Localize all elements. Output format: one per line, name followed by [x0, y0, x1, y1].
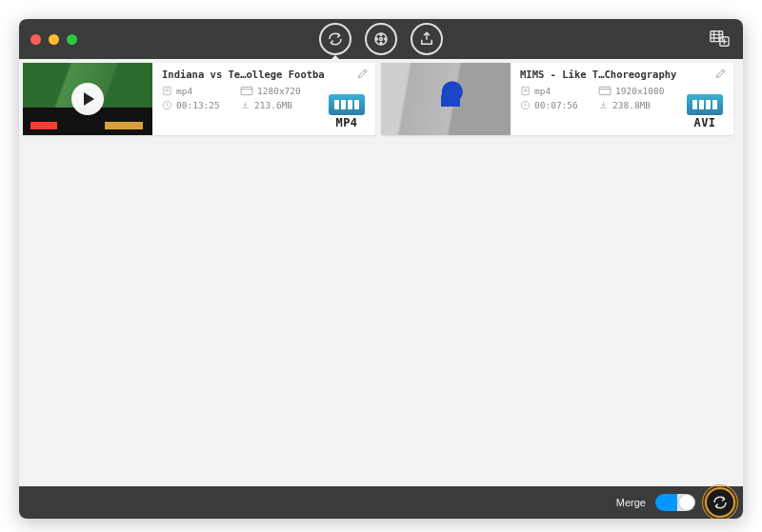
- clock-icon: [520, 100, 531, 110]
- film-icon: [372, 30, 390, 48]
- file-icon: [162, 86, 172, 96]
- convert-button[interactable]: [705, 487, 735, 518]
- resolution-icon: [240, 86, 253, 96]
- clock-icon: [162, 100, 172, 110]
- container-format: mp4: [520, 86, 598, 96]
- duration: 00:13:25: [162, 100, 240, 110]
- format-badge-icon: [687, 94, 723, 115]
- media-card[interactable]: MIMS - Like T…Choreography mp4 1920x1080…: [381, 63, 733, 135]
- svg-point-3: [385, 38, 387, 40]
- svg-rect-9: [241, 87, 252, 94]
- add-media-icon: [709, 29, 730, 48]
- tab-convert[interactable]: [319, 23, 351, 55]
- svg-rect-6: [711, 31, 723, 42]
- close-window-button[interactable]: [30, 34, 41, 45]
- format-label: AVI: [693, 116, 715, 129]
- tab-edit[interactable]: [365, 23, 397, 55]
- svg-point-5: [376, 38, 378, 40]
- media-title: Indiana vs Te…ollege Footba: [162, 69, 371, 80]
- duration: 00:07:56: [520, 100, 598, 110]
- edit-button[interactable]: [356, 67, 370, 82]
- add-file-button[interactable]: [709, 29, 730, 49]
- refresh-icon: [712, 494, 729, 511]
- media-title: MIMS - Like T…Choreography: [520, 69, 730, 80]
- play-icon: [71, 83, 104, 115]
- file-list: Indiana vs Te…ollege Footba mp4 1280x720…: [19, 59, 743, 486]
- refresh-icon: [327, 30, 344, 48]
- share-icon: [418, 30, 435, 48]
- footer-bar: Merge: [19, 486, 743, 519]
- pencil-icon: [356, 67, 370, 80]
- app-window: Indiana vs Te…ollege Footba mp4 1280x720…: [19, 19, 743, 519]
- download-icon: [598, 100, 609, 110]
- format-badge-icon: [329, 94, 365, 115]
- svg-rect-12: [599, 87, 611, 94]
- output-format-button[interactable]: AVI: [684, 94, 726, 129]
- svg-point-2: [380, 34, 382, 36]
- container-format: mp4: [162, 86, 240, 96]
- titlebar: [19, 19, 743, 59]
- output-format-button[interactable]: MP4: [326, 94, 368, 129]
- media-card[interactable]: Indiana vs Te…ollege Footba mp4 1280x720…: [23, 63, 375, 135]
- minimize-window-button[interactable]: [49, 34, 59, 45]
- tab-share[interactable]: [411, 23, 443, 55]
- format-label: MP4: [335, 116, 357, 129]
- file-icon: [520, 86, 531, 96]
- svg-point-4: [380, 43, 382, 45]
- pencil-icon: [714, 67, 728, 80]
- edit-button[interactable]: [714, 67, 728, 82]
- download-icon: [240, 100, 251, 110]
- merge-label: Merge: [616, 497, 646, 508]
- svg-point-1: [380, 38, 383, 41]
- window-controls: [30, 34, 77, 45]
- resolution-icon: [598, 86, 612, 96]
- mode-tabs: [319, 23, 443, 55]
- video-thumbnail[interactable]: [381, 63, 511, 135]
- merge-toggle[interactable]: [655, 494, 695, 511]
- zoom-window-button[interactable]: [67, 34, 77, 45]
- video-thumbnail[interactable]: [23, 63, 152, 135]
